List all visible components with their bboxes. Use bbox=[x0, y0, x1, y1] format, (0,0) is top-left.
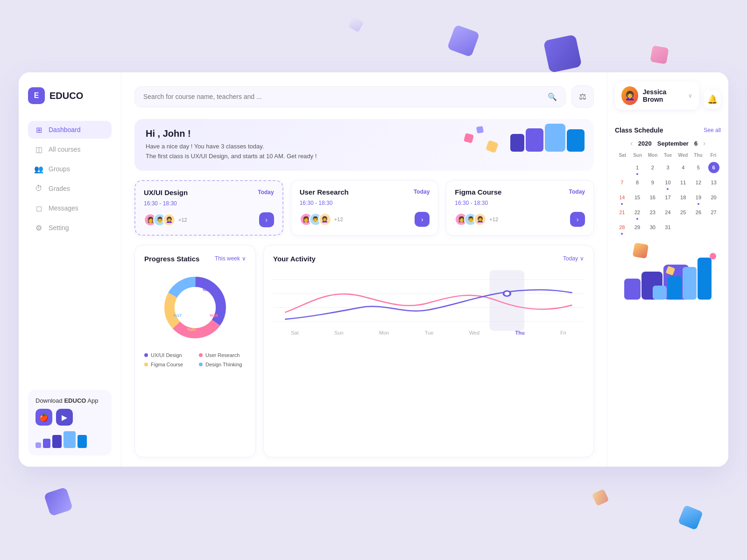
main-dashboard-card: E EDUCO ⊞ Dashboard ◫ All courses 👥 Grou… bbox=[19, 72, 728, 467]
cal-day[interactable]: 28 bbox=[616, 222, 627, 233]
course-avatars-ur: 👩 👨 👩‍🦱 +12 bbox=[300, 213, 343, 226]
calendar-nav: ‹ 2020 September 6 › bbox=[615, 140, 721, 147]
sidebar: E EDUCO ⊞ Dashboard ◫ All courses 👥 Grou… bbox=[19, 72, 121, 467]
groups-icon: 👥 bbox=[35, 165, 43, 173]
svg-text:%28: %28 bbox=[210, 313, 218, 318]
cal-day[interactable]: 24 bbox=[662, 207, 673, 218]
cal-day[interactable]: 31 bbox=[662, 222, 673, 233]
bottom-panels: Progress Statics This week ∨ bbox=[134, 245, 594, 457]
calendar-month: September bbox=[657, 140, 689, 147]
avatar-count-figma: +12 bbox=[489, 217, 498, 222]
sidebar-label-groups: Groups bbox=[49, 165, 70, 173]
search-box[interactable]: 🔍 bbox=[134, 86, 566, 107]
play-store-button[interactable]: ▶ bbox=[56, 409, 73, 426]
cal-day-wrapper: 5 bbox=[691, 161, 706, 175]
see-all-button[interactable]: See all bbox=[704, 127, 721, 133]
cal-day[interactable]: 21 bbox=[616, 207, 627, 218]
cal-day[interactable]: 23 bbox=[647, 207, 658, 218]
cal-day[interactable]: 25 bbox=[677, 207, 689, 218]
cal-day[interactable]: 3 bbox=[662, 162, 673, 173]
legend-ux: UX/UI Design bbox=[144, 352, 191, 358]
avatar: 👩‍🦱 bbox=[318, 213, 331, 226]
cal-day[interactable]: 2 bbox=[647, 162, 658, 173]
progress-title: Progress Statics bbox=[144, 255, 199, 263]
course-time-figma: 16:30 - 18:30 bbox=[455, 200, 585, 206]
cal-day[interactable]: 12 bbox=[693, 177, 704, 188]
cal-day[interactable]: 11 bbox=[677, 177, 689, 188]
cal-day[interactable]: 19 bbox=[693, 192, 704, 203]
main-content: 🔍 ⚖ Hi , John ! Have a nice day ! You ha… bbox=[121, 72, 607, 467]
chart-legend: UX/UI Design User Research Figma Course … bbox=[144, 352, 246, 367]
calendar-section: Class Schedule See all ‹ 2020 September … bbox=[615, 126, 721, 457]
cal-day[interactable]: 18 bbox=[677, 192, 689, 203]
cal-day-wrapper: 4 bbox=[676, 161, 691, 175]
cal-day[interactable]: 29 bbox=[632, 222, 643, 233]
legend-dot-figma bbox=[144, 363, 148, 366]
course-avatars-figma: 👩 👨 👩‍🦱 +12 bbox=[455, 213, 498, 226]
avatar-count-ux: +12 bbox=[178, 217, 187, 223]
cal-day[interactable]: 15 bbox=[632, 192, 643, 203]
dow-tue: Tue bbox=[660, 152, 675, 159]
cal-day[interactable]: 7 bbox=[616, 177, 627, 188]
cal-day[interactable]: 26 bbox=[693, 207, 704, 218]
activity-svg bbox=[273, 270, 584, 331]
sidebar-item-setting[interactable]: ⚙ Setting bbox=[28, 219, 112, 237]
cal-day-wrapper: 11 bbox=[676, 175, 691, 189]
notification-button[interactable]: 🔔 bbox=[704, 90, 721, 109]
filter-button[interactable]: ⚖ bbox=[571, 85, 594, 108]
cal-day-wrapper bbox=[706, 220, 721, 234]
legend-dot-ux bbox=[144, 353, 148, 357]
cal-day[interactable]: 27 bbox=[708, 207, 719, 218]
course-name-ux: UX/UI Design bbox=[144, 189, 188, 196]
cal-day[interactable]: 1 bbox=[632, 162, 643, 173]
cal-day[interactable]: 10 bbox=[662, 177, 673, 188]
course-row: UX/UI Design Today 16:30 - 18:30 👩 👨 👩‍🦱… bbox=[134, 180, 594, 236]
avatar: 👩‍🦱 bbox=[473, 213, 486, 226]
sidebar-item-grades[interactable]: ⏱ Grades bbox=[28, 180, 112, 197]
svg-text:%20: %20 bbox=[187, 327, 196, 332]
next-month-button[interactable]: › bbox=[703, 140, 705, 147]
cal-day[interactable]: 20 bbox=[708, 192, 719, 203]
cal-day[interactable]: 5 bbox=[693, 162, 704, 173]
donut-svg: %35 %28 %20 %17 bbox=[158, 270, 233, 345]
search-input[interactable] bbox=[143, 93, 543, 100]
prev-month-button[interactable]: ‹ bbox=[630, 140, 633, 147]
cal-day[interactable]: 22 bbox=[632, 207, 643, 218]
cal-day[interactable]: 9 bbox=[647, 177, 658, 188]
sidebar-label-grades: Grades bbox=[49, 185, 70, 192]
apple-store-button[interactable]: 🍎 bbox=[35, 409, 52, 426]
sidebar-label-courses: All courses bbox=[49, 146, 80, 153]
setting-icon: ⚙ bbox=[35, 224, 43, 232]
cal-day[interactable]: 30 bbox=[647, 222, 658, 233]
calendar-grid: Sat Sun Mon Tue Wed Thu Fri 123456789101… bbox=[615, 152, 721, 234]
cal-day[interactable]: 17 bbox=[662, 192, 673, 203]
cal-day-wrapper: 7 bbox=[615, 175, 629, 189]
svg-text:%17: %17 bbox=[173, 313, 182, 318]
course-card-figma: Figma Course Today 16:30 - 18:30 👩 👨 👩‍🦱… bbox=[446, 180, 594, 236]
dow-wed: Wed bbox=[676, 152, 691, 159]
logo: E EDUCO bbox=[28, 87, 112, 104]
sidebar-item-groups[interactable]: 👥 Groups bbox=[28, 160, 112, 178]
course-time-ur: 16:30 - 18:30 bbox=[300, 200, 430, 206]
messages-icon: ◻ bbox=[35, 204, 43, 212]
sidebar-item-dashboard[interactable]: ⊞ Dashboard bbox=[28, 121, 112, 139]
activity-filter[interactable]: Today ∨ bbox=[563, 255, 584, 262]
cal-day-wrapper bbox=[615, 161, 629, 175]
cal-day[interactable]: 4 bbox=[677, 162, 689, 173]
course-arrow-ur[interactable]: › bbox=[415, 212, 430, 227]
cal-day[interactable]: 8 bbox=[632, 177, 643, 188]
cal-day[interactable]: 16 bbox=[647, 192, 658, 203]
cal-day-wrapper: 14 bbox=[615, 190, 629, 204]
progress-filter[interactable]: This week ∨ bbox=[215, 255, 246, 262]
cal-day[interactable]: 14 bbox=[616, 192, 627, 203]
sidebar-item-messages[interactable]: ◻ Messages bbox=[28, 199, 112, 217]
course-arrow-ux[interactable]: › bbox=[259, 212, 274, 227]
course-arrow-figma[interactable]: › bbox=[570, 212, 585, 227]
cal-day[interactable]: 6 bbox=[708, 162, 719, 173]
user-card[interactable]: 👩‍🦱 Jessica Brown ∨ bbox=[615, 82, 699, 110]
cal-day[interactable]: 13 bbox=[708, 177, 719, 188]
sidebar-item-all-courses[interactable]: ◫ All courses bbox=[28, 140, 112, 158]
logo-text: EDUCO bbox=[49, 91, 83, 101]
user-avatar: 👩‍🦱 bbox=[621, 86, 638, 105]
cal-day-wrapper bbox=[691, 220, 706, 234]
